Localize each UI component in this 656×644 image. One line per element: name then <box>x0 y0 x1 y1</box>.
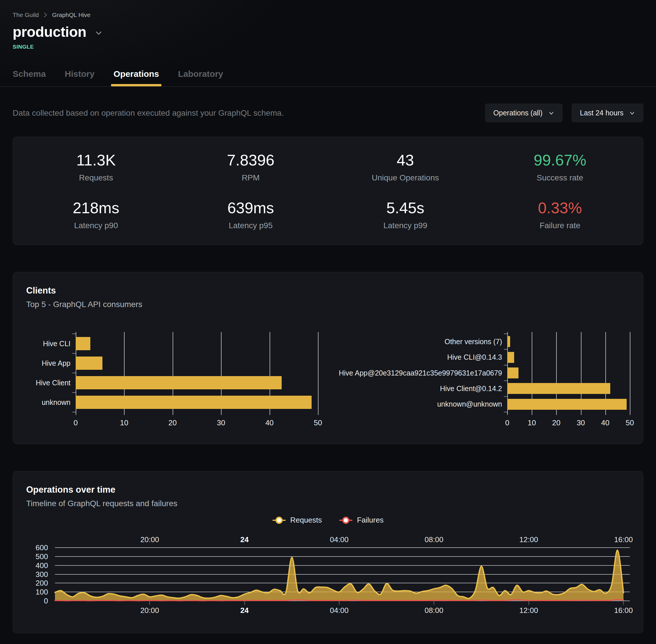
axis-tick-label: 30 <box>217 418 225 427</box>
axis-tick-label: 40 <box>265 418 274 427</box>
breadcrumb-org-link[interactable]: The Guild <box>13 12 39 18</box>
chevron-down-icon <box>548 110 554 116</box>
bar-row: Hive CLI@0.14.3 <box>338 349 630 365</box>
timeline-card-title: Operations over time <box>26 485 630 495</box>
page-header: The Guild GraphQL Hive production SINGLE… <box>0 0 656 86</box>
period-filter-dropdown[interactable]: Last 24 hours <box>572 104 643 122</box>
target-selector-chevron-down-icon[interactable] <box>94 26 103 38</box>
clients-card: Clients Top 5 - GraphQL API consumers Hi… <box>13 272 643 444</box>
timeline-card-subtitle: Timeline of GraphQL requests and failure… <box>26 499 630 508</box>
stat-success-rate: 99.67% Success rate <box>483 151 638 182</box>
axis-tick-label: 600 <box>36 543 48 552</box>
gridline <box>630 332 630 415</box>
axis-tick-label: 40 <box>601 418 609 427</box>
bar <box>507 367 518 378</box>
legend-label: Failures <box>357 516 383 525</box>
tab-history[interactable]: History <box>65 69 94 86</box>
bar-track <box>507 365 630 381</box>
clients-card-title: Clients <box>26 285 630 296</box>
stat-latency-p95: 639ms Latency p95 <box>173 199 328 230</box>
bar <box>507 399 627 410</box>
bar-track <box>507 396 630 412</box>
bar-chart-plot: Hive CLIHive AppHive Clientunknown <box>26 334 318 412</box>
chevron-down-icon <box>629 110 635 116</box>
bar <box>507 336 510 347</box>
clients-card-subtitle: Top 5 - GraphQL API consumers <box>26 300 630 309</box>
tab-operations[interactable]: Operations <box>113 69 159 86</box>
breadcrumb: The Guild GraphQL Hive <box>13 12 643 18</box>
axis-tick-label: 100 <box>36 588 48 597</box>
timeline-x-axis: 20:002404:0008:0012:0016:00 <box>55 601 630 618</box>
timeline-x-axis: 20:002404:0008:0012:0016:00 <box>55 533 630 548</box>
header-divider <box>0 86 656 87</box>
operations-filter-dropdown[interactable]: Operations (all) <box>485 104 562 122</box>
stat-label: Requests <box>19 173 173 182</box>
bar-track <box>76 353 318 373</box>
bar-row: unknown <box>26 392 318 412</box>
stat-requests: 11.3K Requests <box>19 151 173 182</box>
axis-tick <box>339 601 339 605</box>
stats-summary-card: 11.3K Requests 7.8396 RPM 43 Unique Oper… <box>13 137 643 245</box>
axis-tick-label: 30 <box>577 418 585 427</box>
bar-category-label: Other versions (7) <box>338 338 507 346</box>
requests-series-marker-icon <box>273 518 286 523</box>
bar <box>76 356 102 370</box>
stat-label: Latency p99 <box>328 221 483 230</box>
controls-row: Data collected based on operation execut… <box>13 104 643 122</box>
stat-value: 11.3K <box>19 151 173 169</box>
stat-value: 99.67% <box>483 151 638 169</box>
axis-tick-label: 20 <box>552 418 561 427</box>
axis-tick <box>623 601 624 605</box>
bar-row: unknown@unknown <box>338 396 630 412</box>
chevron-right-icon <box>43 12 47 18</box>
axis-tick <box>149 601 150 605</box>
legend-item-failures[interactable]: Failures <box>339 516 383 525</box>
bar-category-label: Hive Client <box>26 379 76 387</box>
axis-tick-label: 16:00 <box>614 606 633 615</box>
axis-tick-label: 0 <box>44 597 48 605</box>
stat-label: Unique Operations <box>328 173 483 182</box>
bar <box>507 352 514 363</box>
axis-tick-label: 400 <box>36 561 48 570</box>
timeline-series-layer <box>55 548 624 601</box>
tab-schema[interactable]: Schema <box>13 69 46 86</box>
bar <box>76 396 312 409</box>
axis-corner <box>26 601 55 618</box>
bar-row: Hive App@20e3129caa921c35e9979631e17a067… <box>338 365 630 381</box>
bar-category-label: unknown <box>26 398 76 407</box>
bar-track <box>507 381 630 396</box>
bar-category-label: unknown@unknown <box>338 400 507 408</box>
legend-item-requests[interactable]: Requests <box>273 516 322 525</box>
axis-tick-label: 24 <box>240 606 249 615</box>
axis-tick-label: 50 <box>626 418 634 427</box>
tab-laboratory[interactable]: Laboratory <box>178 69 223 86</box>
stat-unique-operations: 43 Unique Operations <box>328 151 483 182</box>
bar-track <box>76 392 318 412</box>
breadcrumb-project-link[interactable]: GraphQL Hive <box>52 12 90 18</box>
period-filter-value: Last 24 hours <box>580 109 624 117</box>
operations-dashboard-page: The Guild GraphQL Hive production SINGLE… <box>0 0 656 644</box>
operations-timeline-chart: 20:002404:0008:0012:0016:000100200300400… <box>26 533 630 618</box>
axis-tick-label: 10 <box>120 418 128 427</box>
axis-tick-label: 0 <box>505 418 509 427</box>
failures-series-marker-icon <box>339 518 352 523</box>
axis-tick-label: 0 <box>74 418 78 427</box>
bar-chart-plot: Other versions (7)Hive CLI@0.14.3Hive Ap… <box>338 334 630 412</box>
stat-failure-rate: 0.33% Failure rate <box>483 199 638 230</box>
bar-row: Hive App <box>26 353 318 373</box>
axis-tick <box>244 601 245 605</box>
stat-value: 7.8396 <box>173 151 328 169</box>
bar-track <box>76 373 318 392</box>
bar-category-label: Hive CLI <box>26 340 76 348</box>
bar-row: Other versions (7) <box>338 334 630 349</box>
axis-tick <box>434 601 434 605</box>
bar-category-label: Hive App@20e3129caa921c35e9979631e17a067… <box>338 369 507 377</box>
axis-tick-label: 200 <box>36 579 48 588</box>
stat-label: Latency p90 <box>19 221 173 230</box>
axis-tick-label: 16:00 <box>614 535 633 544</box>
bar-category-label: Hive CLI@0.14.3 <box>338 353 507 362</box>
clients-by-name-bar-chart: Hive CLIHive AppHive Clientunknown010203… <box>26 334 318 429</box>
stat-value: 0.33% <box>483 199 638 216</box>
axis-tick-label: 12:00 <box>519 606 538 615</box>
axis-tick-label: 04:00 <box>330 535 348 544</box>
